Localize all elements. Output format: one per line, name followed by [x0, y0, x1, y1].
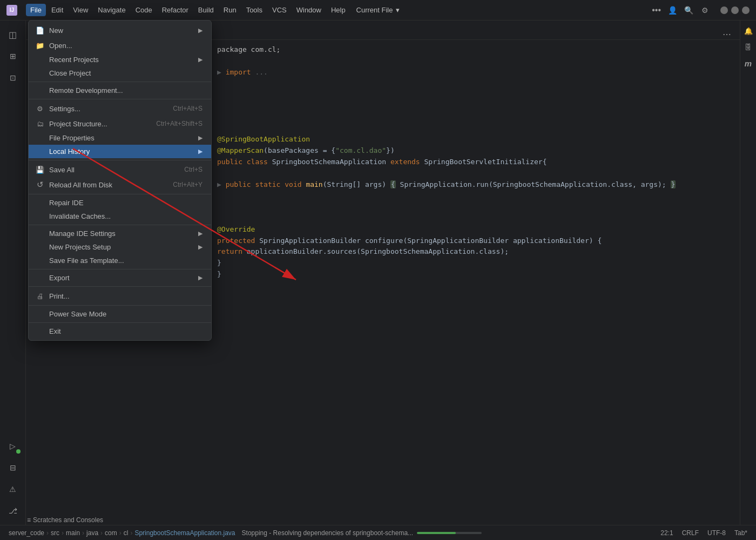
maximize-button[interactable]	[731, 6, 739, 14]
menu-entry-local-history[interactable]: Local History ▶	[29, 145, 211, 158]
menu-entry-recent-projects[interactable]: Recent Projects ▶	[29, 53, 211, 66]
status-progress-bar	[417, 532, 482, 534]
menu-entry-reload-all[interactable]: ↺ Reload All from Disk Ctrl+Alt+Y	[29, 177, 211, 192]
menu-entry-manage-ide-settings[interactable]: Manage IDE Settings ▶	[29, 227, 211, 240]
sidebar-icon-terminal[interactable]: ⊟	[3, 458, 23, 477]
menu-entry-open[interactable]: 📁 Open...	[29, 38, 211, 53]
divider-3	[29, 160, 211, 160]
menu-tools[interactable]: Tools	[242, 4, 267, 16]
title-bar-center[interactable]: Current File ▾	[356, 6, 400, 14]
settings-icon: ⚙	[35, 104, 45, 113]
menu-entry-print[interactable]: 🖨 Print...	[29, 288, 211, 303]
divider-7	[29, 286, 211, 287]
current-file-label: Current File	[356, 6, 393, 14]
menu-edit[interactable]: Edit	[47, 4, 68, 16]
menu-entry-export[interactable]: Export ▶	[29, 271, 211, 285]
scratches-icon: ≡	[27, 516, 31, 524]
menu-entry-save-file-as-template[interactable]: Save File as Template...	[29, 254, 211, 267]
recent-projects-label: Recent Projects	[49, 56, 196, 64]
menu-entry-new-projects-setup[interactable]: New Projects Setup ▶	[29, 240, 211, 254]
menu-entry-project-structure[interactable]: 🗂 Project Structure... Ctrl+Alt+Shift+S	[29, 116, 211, 131]
scratches-item[interactable]: ≡ Scratches and Consoles	[27, 516, 103, 524]
divider-5	[29, 225, 211, 225]
more-dots[interactable]: •••	[652, 5, 661, 15]
editor-overlay[interactable]: package com.cl; ▶ import ... @SpringBoot…	[211, 40, 740, 525]
notifications-icon[interactable]: 🔔	[742, 25, 754, 37]
sidebar-icon-run[interactable]: ▷	[3, 436, 23, 456]
m-icon[interactable]: m	[742, 57, 754, 69]
menu-entry-close-project[interactable]: Close Project	[29, 66, 211, 80]
new-projects-setup-label: New Projects Setup	[49, 243, 196, 251]
export-arrow: ▶	[198, 274, 202, 281]
menu-entry-settings[interactable]: ⚙ Settings... Ctrl+Alt+S	[29, 101, 211, 116]
menu-navigate[interactable]: Navigate	[93, 4, 130, 16]
save-file-as-template-label: Save File as Template...	[49, 256, 202, 265]
breadcrumb-file: SpringbootSchemaApplication.java	[134, 529, 235, 537]
sidebar-icon-project[interactable]: ◫	[3, 25, 23, 44]
menu-entry-file-properties[interactable]: File Properties ▶	[29, 131, 211, 145]
window-controls	[720, 6, 750, 14]
local-history-label: Local History	[49, 147, 196, 156]
minimize-button[interactable]	[720, 6, 728, 14]
menu-entry-exit[interactable]: Exit	[29, 325, 211, 338]
menu-vcs[interactable]: VCS	[268, 4, 291, 16]
menu-file[interactable]: File	[26, 4, 46, 16]
breadcrumb[interactable]: server_code › src › main › java › com › …	[6, 529, 238, 537]
local-history-arrow: ▶	[198, 148, 202, 155]
save-all-shortcut: Ctrl+S	[184, 166, 202, 173]
breadcrumb-com: com	[105, 529, 117, 537]
app-icon: IJ	[6, 5, 17, 16]
new-projects-setup-arrow: ▶	[198, 244, 202, 251]
sidebar-icon-git[interactable]: ⎇	[3, 501, 23, 521]
indent-type[interactable]: Tab*	[732, 529, 750, 537]
menu-window[interactable]: Window	[292, 4, 326, 16]
menu-build[interactable]: Build	[194, 4, 218, 16]
menu-entry-save-all[interactable]: 💾 Save All Ctrl+S	[29, 162, 211, 177]
menu-help[interactable]: Help	[327, 4, 350, 16]
cursor-position[interactable]: 22:1	[658, 529, 675, 537]
reload-label: Reload All from Disk	[49, 181, 164, 189]
project-structure-shortcut: Ctrl+Alt+Shift+S	[156, 120, 202, 127]
database-icon[interactable]: 🗄	[742, 41, 754, 53]
line-ending[interactable]: CRLF	[680, 529, 701, 537]
manage-ide-settings-arrow: ▶	[198, 230, 202, 237]
menu-bar: File Edit View Navigate Code Refactor Bu…	[26, 4, 350, 16]
sidebar-icon-more[interactable]: ⊡	[3, 68, 23, 87]
menu-run[interactable]: Run	[219, 4, 241, 16]
close-button[interactable]	[742, 6, 750, 14]
menu-refactor[interactable]: Refactor	[158, 4, 193, 16]
sidebar-icon-problems[interactable]: ⚠	[3, 480, 23, 499]
tab-more-button[interactable]: ⋯	[718, 29, 735, 39]
project-structure-icon: 🗂	[35, 119, 45, 129]
title-bar-left: IJ File Edit View Navigate Code Refactor…	[6, 4, 350, 16]
recent-projects-arrow: ▶	[198, 56, 202, 63]
sidebar-icon-bookmarks[interactable]: ⊞	[3, 46, 23, 66]
print-icon: 🖨	[35, 291, 45, 301]
search-icon[interactable]: 🔍	[684, 5, 693, 15]
divider-8	[29, 305, 211, 306]
repair-ide-label: Repair IDE	[49, 199, 202, 207]
menu-view[interactable]: View	[69, 4, 92, 16]
divider-6	[29, 269, 211, 269]
menu-code[interactable]: Code	[131, 4, 157, 16]
menu-entry-repair-ide[interactable]: Repair IDE	[29, 196, 211, 210]
status-progress-container: Stopping - Resolving dependencies of spr…	[242, 529, 654, 537]
menu-entry-power-save-mode[interactable]: Power Save Mode	[29, 307, 211, 321]
file-properties-arrow: ▶	[198, 134, 202, 141]
settings-label: Settings...	[49, 105, 164, 113]
status-progress-fill	[417, 532, 456, 534]
new-label: New	[49, 26, 196, 35]
settings-gear-icon[interactable]: ⚙	[700, 5, 710, 15]
encoding[interactable]: UTF-8	[705, 529, 728, 537]
divider-2	[29, 99, 211, 99]
indent-text: Tab*	[734, 529, 747, 537]
account-icon[interactable]: 👤	[667, 5, 677, 15]
scratches-label: Scratches and Consoles	[33, 516, 103, 524]
divider-4	[29, 194, 211, 194]
menu-entry-remote-development[interactable]: Remote Development...	[29, 84, 211, 97]
menu-entry-invalidate-caches[interactable]: Invalidate Caches...	[29, 210, 211, 223]
title-bar: IJ File Edit View Navigate Code Refactor…	[0, 0, 756, 21]
encoding-text: UTF-8	[707, 529, 726, 537]
exit-label: Exit	[49, 327, 202, 335]
menu-entry-new[interactable]: 📄 New ▶	[29, 23, 211, 38]
